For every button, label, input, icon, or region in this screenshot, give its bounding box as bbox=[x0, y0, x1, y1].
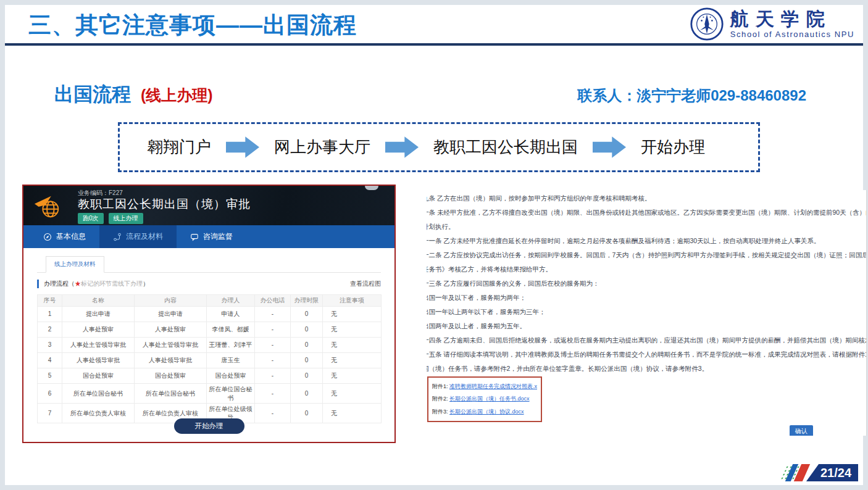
agreement-text-segment: 国（境）任务书，请参考附件2，并由所在单位签字盖章。长期公派出国（境）协议，请参… bbox=[427, 365, 708, 372]
attachment-row: 附件2: 长期公派出国（境）任务书.docx bbox=[432, 395, 537, 403]
attachment-row: 附件3: 长期公派出国（境）协议.docx bbox=[432, 408, 537, 416]
attachment-link[interactable]: 长期公派出国（境）任务书.docx bbox=[449, 396, 530, 402]
attachment-link[interactable]: 准聘教师聘期任务完成情况对照表.xlsx bbox=[449, 383, 537, 389]
agreement-line: 十三条 乙方应履行回国服务的义务，回国后在校的服务期为： bbox=[427, 276, 866, 291]
agreement-line: 任务书》考核乙方，并将考核结果报给甲方。 bbox=[427, 262, 866, 276]
contact-info: 联系人：淡宁宁老师029-88460892 bbox=[577, 86, 806, 106]
flow-step: 教职工因公长期出国 bbox=[433, 136, 578, 158]
view-flowchart-link[interactable]: 查看流程图 bbox=[350, 280, 381, 288]
table-cell: 0 bbox=[291, 368, 323, 384]
confirm-button[interactable]: 确认 bbox=[790, 425, 813, 436]
table-cell: 无 bbox=[323, 384, 382, 404]
table-header-cell: 注意事项 bbox=[323, 295, 382, 307]
table-cell: 李倩凤、都媛 bbox=[207, 322, 255, 338]
table-cell: 0 bbox=[291, 338, 323, 353]
agreement-line: 国（境）任务书，请参考附件2，并由所在单位签字盖章。长期公派出国（境）协议，请参… bbox=[427, 362, 866, 376]
agreement-text-segment: 十二条 乙方应按协议完成出访任务，按期回到学校服务。回国后，7天内（含）持护照到… bbox=[427, 251, 866, 259]
chat-icon bbox=[190, 233, 199, 241]
table-cell: 所在单位国合秘书 bbox=[62, 384, 135, 404]
tab-bar: 线上办理及材料 bbox=[37, 255, 381, 273]
attachment-label: 附件2: bbox=[432, 396, 449, 402]
agreement-line: 十一条 乙方未经甲方批准擅自延长在外停留时间，逾期之月起停发各项薪酬及福利待遇；… bbox=[427, 234, 866, 248]
tab-online-materials[interactable]: 线上办理及材料 bbox=[46, 256, 104, 273]
agreement-text-segment: 十条 未经甲方批准，乙方不得擅自改变出国（境）期限、出国身份或转赴其他国家或地区… bbox=[427, 209, 866, 216]
attachments-box: 附件1: 准聘教师聘期任务完成情况对照表.xlsx附件2: 长期公派出国（境）任… bbox=[427, 376, 542, 422]
table-cell: 无 bbox=[323, 353, 382, 368]
compass-icon bbox=[43, 233, 52, 241]
table-cell: 3 bbox=[38, 338, 62, 353]
nav-item-label: 咨询监督 bbox=[203, 231, 233, 242]
table-cell: 人事处预审 bbox=[135, 322, 207, 338]
table-row: 2人事处预审人事处预审李倩凤、都媛-0无 bbox=[38, 322, 382, 338]
agreement-line: 出国两年及以上者，服务期为五年。 bbox=[427, 319, 866, 333]
header-pill-icon bbox=[365, 186, 378, 190]
flow-step: 网上办事大厅 bbox=[274, 136, 370, 158]
agreement-line: 十四条 乙方逾期未归、回国后拒绝返校服务，或返校后在服务期内主动提出离职的，应退… bbox=[427, 333, 866, 347]
table-row: 5国合处预审国合处预审国合处预审-0无 bbox=[38, 368, 382, 384]
process-flow-diagram: 翱翔门户网上办事大厅教职工因公长期出国开始办理 bbox=[118, 122, 760, 172]
nav-item-基本信息[interactable]: 基本信息 bbox=[30, 225, 99, 248]
agreement-line: 出国一年以上两年以下者，服务期为三年； bbox=[427, 305, 866, 319]
agreement-line: 计划执行。 bbox=[427, 220, 866, 234]
table-cell: 1 bbox=[38, 307, 62, 322]
table-header-cell: 序号 bbox=[38, 295, 62, 307]
table-cell: - bbox=[255, 353, 291, 368]
table-cell: - bbox=[255, 404, 291, 423]
portal-title: 教职工因公长期出国（境）审批 bbox=[78, 196, 251, 212]
school-name-cn: 航天学院 bbox=[730, 9, 832, 30]
star-icon: ★ bbox=[75, 280, 81, 287]
online-badge: 线上办理 bbox=[109, 213, 143, 224]
nav-item-咨询监督[interactable]: 咨询监督 bbox=[177, 225, 246, 248]
table-row: 4人事处领导审批人事处领导审批唐玉生-0无 bbox=[38, 353, 382, 368]
agreement-text-segment: 十一条 乙方未经甲方批准擅自延长在外停留时间，逾期之月起停发各项薪酬及福利待遇；… bbox=[427, 237, 820, 244]
attachment-label: 附件3: bbox=[432, 409, 449, 415]
slide: 三、其它注意事项——出国流程 航天学院 School of Astronauti… bbox=[5, 5, 863, 485]
agreement-line: 九条 乙方在出国（境）期间，按时参加甲方和丙方组织的年度考核和聘期考核。 bbox=[427, 191, 866, 206]
school-emblem-icon bbox=[690, 7, 724, 41]
table-cell: 人事处领导审批 bbox=[62, 353, 135, 368]
portal-body: 线上办理及材料 办理流程（★标记的环节需线下办理） 查看流程图 序号名称内容办理… bbox=[23, 248, 394, 442]
nav-item-流程及材料[interactable]: 流程及材料 bbox=[99, 225, 177, 248]
table-cell: 无 bbox=[323, 368, 382, 384]
flow-step: 开始办理 bbox=[641, 136, 705, 158]
portal-nav: 基本信息流程及材料咨询监督 bbox=[23, 225, 394, 248]
agreement-text-segment: 任务书》考核乙方，并将考核结果报给甲方。 bbox=[427, 265, 552, 273]
agreement-text: 九条 乙方在出国（境）期间，按时参加甲方和丙方组织的年度考核和聘期考核。十条 未… bbox=[427, 191, 866, 376]
agreement-text-segment: 出国一年及以下者，服务期为两年； bbox=[427, 294, 526, 301]
process-heading: 办理流程（★标记的环节需线下办理） bbox=[37, 280, 149, 288]
table-cell: 5 bbox=[38, 368, 62, 384]
table-cell: 0 bbox=[291, 307, 323, 322]
page-number-badge: 21/24 bbox=[766, 463, 858, 481]
start-processing-button[interactable]: 开始办理 bbox=[174, 418, 244, 434]
table-cell: 无 bbox=[323, 307, 382, 322]
table-cell: 所在单位国合秘书 bbox=[135, 384, 207, 404]
table-header-cell: 内容 bbox=[135, 295, 207, 307]
table-cell: 无 bbox=[323, 404, 382, 423]
table-header-cell: 办理时限 bbox=[291, 295, 323, 307]
table-cell: 4 bbox=[38, 353, 62, 368]
table-cell: 国合处预审 bbox=[207, 368, 255, 384]
table-cell: 无 bbox=[323, 338, 382, 353]
table-cell: 提出申请 bbox=[62, 307, 135, 322]
table-cell: 国合处预审 bbox=[135, 368, 207, 384]
agreement-text-segment: 出国两年及以上者，服务期为五年。 bbox=[427, 322, 526, 330]
page-title: 三、其它注意事项——出国流程 bbox=[28, 10, 357, 41]
table-header-cell: 办理人 bbox=[207, 295, 255, 307]
table-row: 3人事处主管领导审批人事处主管领导审批王瑾蕾、刘津平-0无 bbox=[38, 338, 382, 353]
table-cell: 王瑾蕾、刘津平 bbox=[207, 338, 255, 353]
table-header-row: 序号名称内容办理人办公电话办理时限注意事项 bbox=[38, 295, 382, 307]
agreement-text-segment: 十三条 乙方应履行回国服务的义务，回国后在校的服务期为： bbox=[427, 280, 599, 287]
table-cell: - bbox=[255, 338, 291, 353]
attachment-row: 附件1: 准聘教师聘期任务完成情况对照表.xlsx bbox=[432, 383, 537, 391]
arrow-right-icon bbox=[593, 136, 626, 159]
table-cell: 0 bbox=[291, 322, 323, 338]
table-cell: 所在单位国合秘书 bbox=[207, 384, 255, 404]
table-cell: 国合处预审 bbox=[62, 368, 135, 384]
table-cell: 6 bbox=[38, 384, 62, 404]
table-cell: 唐玉生 bbox=[207, 353, 255, 368]
table-header-cell: 名称 bbox=[62, 295, 135, 307]
table-row: 1提出申请提出申请申请人-0无 bbox=[38, 307, 382, 322]
attachment-link[interactable]: 长期公派出国（境）协议.docx bbox=[449, 409, 524, 415]
portal-screenshot: 业务编码：F227 教职工因公长期出国（境）审批 跑0次 线上办理 基本信息流程… bbox=[22, 185, 396, 443]
table-row: 6所在单位国合秘书所在单位国合秘书所在单位国合秘书-0无 bbox=[38, 384, 382, 404]
